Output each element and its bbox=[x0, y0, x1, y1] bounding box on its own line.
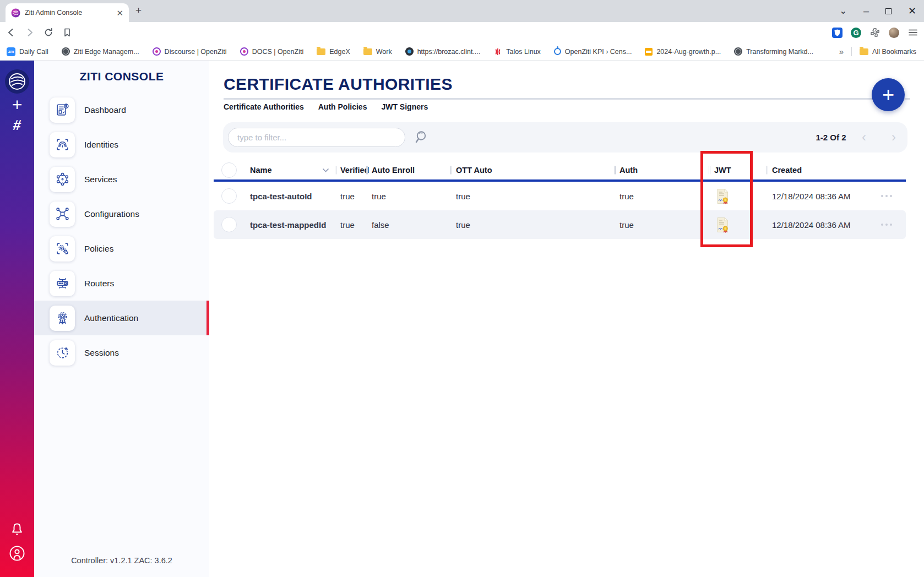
tab-search-chevron-icon[interactable]: ⌄ bbox=[839, 7, 846, 15]
table-row[interactable]: tpca-test-mappedId true false true true bbox=[214, 210, 906, 239]
pagination-next-icon[interactable]: › bbox=[892, 122, 896, 153]
sidebar-item-routers[interactable]: Routers bbox=[34, 266, 209, 301]
row-actions-icon[interactable] bbox=[870, 195, 906, 197]
back-icon[interactable] bbox=[6, 27, 17, 38]
bookmarks-divider bbox=[851, 47, 852, 56]
pagination-range: 1-2 Of 2 bbox=[803, 122, 858, 153]
sidebar-item-services[interactable]: Services bbox=[34, 162, 209, 197]
left-rail: + # bbox=[0, 61, 34, 577]
row-checkbox[interactable] bbox=[221, 188, 237, 204]
tab-close-icon[interactable]: ✕ bbox=[116, 9, 123, 17]
column-auto-enroll[interactable]: Auto Enroll bbox=[366, 166, 450, 175]
tab-auth-policies[interactable]: Auth Policies bbox=[318, 102, 367, 111]
forward-icon[interactable] bbox=[24, 27, 35, 38]
window-close-button[interactable]: ✕ bbox=[908, 6, 916, 16]
main-content: CERTIFICATE AUTHORITIES + Certificate Au… bbox=[209, 61, 924, 577]
bookmark-edgex[interactable]: EdgeX bbox=[317, 48, 350, 56]
profile-icon[interactable] bbox=[9, 545, 25, 562]
tab-title: Ziti Admin Console bbox=[25, 9, 112, 17]
window-maximize-button[interactable] bbox=[885, 8, 892, 14]
sidebar-item-dashboard[interactable]: Dashboard bbox=[34, 92, 209, 127]
bookmarks-bar: zm Daily Call Ziti Edge Managem... Disco… bbox=[0, 43, 924, 61]
column-auth[interactable]: Auth bbox=[614, 166, 709, 175]
bookmark-discourse[interactable]: Discourse | OpenZiti bbox=[153, 47, 227, 56]
sessions-icon bbox=[50, 340, 75, 366]
folder-icon bbox=[363, 48, 372, 55]
site-icon bbox=[405, 47, 414, 56]
select-all-checkbox[interactable] bbox=[221, 162, 237, 178]
pagination-prev-icon[interactable]: ‹ bbox=[862, 122, 866, 153]
ziti-logo[interactable] bbox=[5, 69, 29, 94]
authentication-icon bbox=[50, 306, 75, 331]
bookmarks-overflow-icon[interactable]: » bbox=[839, 47, 844, 56]
sidebar-item-authentication[interactable]: Authentication bbox=[34, 301, 209, 335]
folder-icon bbox=[860, 48, 868, 55]
window-minimize-button[interactable]: – bbox=[863, 6, 869, 16]
sidebar-item-configurations[interactable]: Configurations bbox=[34, 197, 209, 231]
auto-enroll-value: true bbox=[366, 192, 450, 201]
zoom-zm-icon: zm bbox=[7, 47, 15, 56]
grammarly-extension-icon[interactable]: G bbox=[851, 28, 861, 38]
column-ott-auto[interactable]: OTT Auto bbox=[450, 166, 614, 175]
orange-doc-icon bbox=[645, 48, 653, 56]
menu-hamburger-icon[interactable] bbox=[907, 27, 918, 38]
row-checkbox[interactable] bbox=[221, 217, 237, 232]
sidebar-item-identities[interactable]: Identities bbox=[34, 127, 209, 162]
jwt-certificate-icon[interactable] bbox=[709, 217, 767, 233]
bookmark-work[interactable]: Work bbox=[363, 48, 392, 56]
bookmark-flag-icon[interactable] bbox=[62, 27, 73, 38]
browser-tab-strip: Ziti Admin Console ✕ + ⌄ – ✕ bbox=[0, 0, 924, 22]
all-bookmarks-button[interactable]: All Bookmarks bbox=[860, 48, 916, 56]
app-brand: ZITI CONSOLE bbox=[34, 70, 209, 83]
bookmark-brozac[interactable]: https://brozac.clint.... bbox=[405, 47, 481, 56]
bookmark-talos[interactable]: Talos Linux bbox=[493, 47, 541, 56]
bookmark-docs[interactable]: DOCS | OpenZiti bbox=[240, 47, 304, 56]
browser-toolbar: https://ctrl.cdaws.clint.demo.openziti.o… bbox=[0, 22, 924, 43]
column-name[interactable]: Name bbox=[244, 166, 335, 175]
talos-icon bbox=[493, 47, 502, 56]
search-icon bbox=[414, 129, 430, 145]
new-tab-button[interactable]: + bbox=[135, 4, 142, 17]
rail-add-icon[interactable]: + bbox=[0, 95, 34, 115]
bookmark-transforming[interactable]: Transforming Markd... bbox=[734, 47, 813, 56]
sidebar-item-sessions[interactable]: Sessions bbox=[34, 335, 209, 370]
openziti-ring-icon bbox=[153, 47, 161, 56]
column-created[interactable]: Created bbox=[767, 166, 870, 175]
tab-certificate-authorities[interactable]: Certificate Authorities bbox=[224, 102, 304, 111]
bookmark-daily-call[interactable]: zm Daily Call bbox=[7, 47, 48, 56]
bookmark-growth-doc[interactable]: 2024-Aug-growth.p... bbox=[645, 48, 721, 56]
table-row[interactable]: tpca-test-autoId true true true true bbox=[214, 182, 906, 210]
column-jwt[interactable]: JWT bbox=[709, 166, 767, 175]
sub-tabs: Certificate Authorities Auth Policies JW… bbox=[224, 102, 428, 111]
page-title: CERTIFICATE AUTHORITIES bbox=[224, 75, 453, 94]
column-verified[interactable]: Verified bbox=[335, 166, 366, 175]
row-actions-icon[interactable] bbox=[870, 224, 906, 226]
ziti-favicon bbox=[11, 8, 20, 18]
bookmark-ziti-edge[interactable]: Ziti Edge Managem... bbox=[62, 47, 139, 56]
ca-table: Name Verified Auto Enroll OTT Auto Auth … bbox=[214, 161, 906, 239]
jwt-certificate-icon[interactable] bbox=[709, 188, 767, 204]
sidebar-menu: Dashboard Identities bbox=[34, 92, 209, 370]
fingerprint-icon bbox=[50, 132, 75, 157]
sidebar-item-policies[interactable]: Policies bbox=[34, 231, 209, 266]
add-certificate-authority-button[interactable]: + bbox=[872, 78, 905, 111]
extensions-puzzle-icon[interactable] bbox=[869, 27, 880, 38]
profile-avatar[interactable] bbox=[889, 28, 899, 38]
ott-auto-value: true bbox=[450, 220, 614, 230]
ca-name[interactable]: tpca-test-autoId bbox=[244, 192, 335, 201]
sort-chevron-icon[interactable] bbox=[322, 168, 329, 172]
policies-icon bbox=[50, 236, 75, 262]
auth-value: true bbox=[614, 192, 709, 201]
reload-icon[interactable] bbox=[43, 27, 54, 38]
filter-input-wrap bbox=[228, 128, 405, 147]
notifications-bell-icon[interactable] bbox=[10, 522, 24, 536]
verified-value: true bbox=[335, 220, 366, 230]
browser-tab[interactable]: Ziti Admin Console ✕ bbox=[6, 3, 129, 22]
ca-name[interactable]: tpca-test-mappedId bbox=[244, 220, 335, 230]
tab-jwt-signers[interactable]: JWT Signers bbox=[381, 102, 428, 111]
filter-input[interactable] bbox=[237, 133, 396, 142]
search-button[interactable] bbox=[414, 129, 430, 145]
bitwarden-extension-icon[interactable] bbox=[832, 28, 843, 38]
rail-hash-icon[interactable]: # bbox=[0, 117, 35, 134]
bookmark-openziti-kpi[interactable]: OpenZiti KPI › Cens... bbox=[554, 48, 632, 56]
